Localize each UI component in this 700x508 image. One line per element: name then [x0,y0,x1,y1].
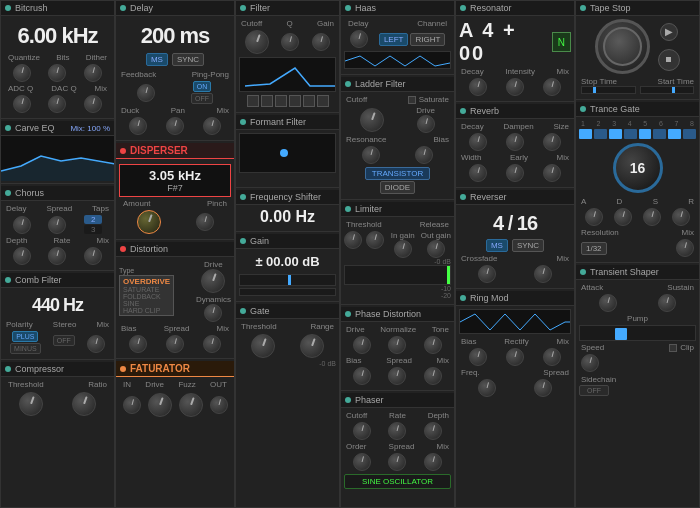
tg-main-dial[interactable]: 16 [613,143,663,193]
right-btn[interactable]: RIGHT [410,33,445,46]
dynamics-knob[interactable] [204,304,222,322]
tg-step-7[interactable] [668,129,681,139]
type-saturate[interactable]: SATURATE [123,286,170,293]
pd-norm-knob[interactable] [388,336,406,354]
fat-out-knob[interactable] [210,396,228,414]
filter-type-2[interactable] [261,95,273,107]
lad-drive-knob[interactable] [417,115,435,133]
ph-mix-knob[interactable] [424,453,442,471]
threshold-knob[interactable] [19,392,43,416]
quantize-knob[interactable] [13,64,31,82]
tg-decay-knob[interactable] [614,208,632,226]
formant-dot[interactable] [280,149,288,157]
pd-mix-knob[interactable] [424,367,442,385]
type-hardclip[interactable]: HARD CLIP [123,307,170,314]
filter-type-4[interactable] [289,95,301,107]
filter-type-5[interactable] [303,95,315,107]
tg-step-4[interactable] [624,129,637,139]
pd-tone-knob[interactable] [424,336,442,354]
amount-knob[interactable] [137,210,161,234]
modulator-label[interactable]: SINE OSCILLATOR [344,474,451,489]
start-time-slider[interactable] [640,86,695,94]
ts-attack-knob[interactable] [599,294,617,312]
rev-width-knob[interactable] [469,164,487,182]
gate-threshold-knob[interactable] [251,334,275,358]
duck-knob[interactable] [129,117,147,135]
out-gain-knob[interactable] [427,240,445,258]
resonator-tune-btn[interactable]: N [552,32,571,52]
dacq-knob[interactable] [48,95,66,113]
res-decay-knob[interactable] [469,78,487,96]
ms-btn[interactable]: MS [146,53,168,66]
tg-release-knob[interactable] [672,208,690,226]
rate-knob[interactable] [48,247,66,265]
rev-early-knob[interactable] [506,164,524,182]
filter-type-1[interactable] [247,95,259,107]
stereo-off-btn[interactable]: OFF [53,335,75,346]
rm-rectify-knob[interactable] [506,348,524,366]
tg-step-2[interactable] [594,129,607,139]
drive-knob[interactable] [201,269,225,293]
rev-decay-knob[interactable] [469,133,487,151]
ts-pump-thumb[interactable] [615,328,627,340]
ts-sustain-knob[interactable] [658,294,676,312]
type-foldback[interactable]: FOLDBACK [123,293,170,300]
fat-drive-knob[interactable] [148,393,172,417]
tg-step-6[interactable] [653,129,666,139]
ts-pump-slider[interactable] [579,325,696,341]
tg-mix-knob[interactable] [676,239,694,257]
lad-bias-knob[interactable] [415,146,433,164]
tg-step-3[interactable] [609,129,622,139]
tg-sustain-knob[interactable] [643,208,661,226]
cf-mix-knob[interactable] [87,335,105,353]
pingpong-on[interactable]: ON [193,81,212,92]
feedback-knob[interactable] [137,84,155,102]
tape-stop-play-btn[interactable]: ▶ [660,23,678,41]
tg-step-8[interactable] [683,129,696,139]
bias-knob[interactable] [129,335,147,353]
pd-drive-knob[interactable] [353,336,371,354]
fat-in-knob[interactable] [123,396,141,414]
ph-cutoff-knob[interactable] [353,422,371,440]
pan-knob[interactable] [166,117,184,135]
filter-q-knob[interactable] [281,33,299,51]
rev-ms-btn[interactable]: MS [486,239,508,252]
chorus-mix-knob[interactable] [84,247,102,265]
spread-knob[interactable] [166,335,184,353]
filter-gain-knob[interactable] [312,33,330,51]
diode-btn[interactable]: DIODE [380,181,415,194]
gain-slider2[interactable] [239,288,336,296]
adcq-knob[interactable] [13,95,31,113]
dither-knob[interactable] [84,64,102,82]
chorus-spread-knob[interactable] [48,216,66,234]
tg-step-5[interactable] [639,129,652,139]
rm-mix-knob[interactable] [543,348,561,366]
crossfade-knob[interactable] [478,265,496,283]
tg-resolution-select[interactable]: 1/32 [581,242,607,255]
stop-time-slider[interactable] [581,86,636,94]
pinch-knob[interactable] [196,213,214,231]
haas-delay-knob[interactable] [350,30,368,48]
rev-mix-knob[interactable] [543,164,561,182]
resonance-knob[interactable] [362,146,380,164]
rev-sync-btn[interactable]: SYNC [512,239,544,252]
ph-spread-knob[interactable] [388,453,406,471]
type-overdrive[interactable]: OVERDRIVE [123,277,170,286]
dist-mix-knob[interactable] [203,335,221,353]
rm-bias-knob[interactable] [469,348,487,366]
reverser-mix-knob[interactable] [534,265,552,283]
filter-cutoff-knob[interactable] [245,30,269,54]
ph-rate-knob[interactable] [388,422,406,440]
filter-type-6[interactable] [317,95,329,107]
tape-stop-stop-btn[interactable]: ⏹ [658,49,680,71]
res-intensity-knob[interactable] [506,78,524,96]
pingpong-off[interactable]: OFF [191,93,213,104]
ph-depth-knob[interactable] [424,422,442,440]
filter-type-3[interactable] [275,95,287,107]
lim-release-knob[interactable] [366,231,384,249]
fat-fuzz-knob[interactable] [179,393,203,417]
ph-order-knob[interactable] [353,453,371,471]
ts-speed-knob[interactable] [581,354,599,372]
tape-stop-dial[interactable] [595,19,650,74]
tg-step-1[interactable] [579,129,592,139]
